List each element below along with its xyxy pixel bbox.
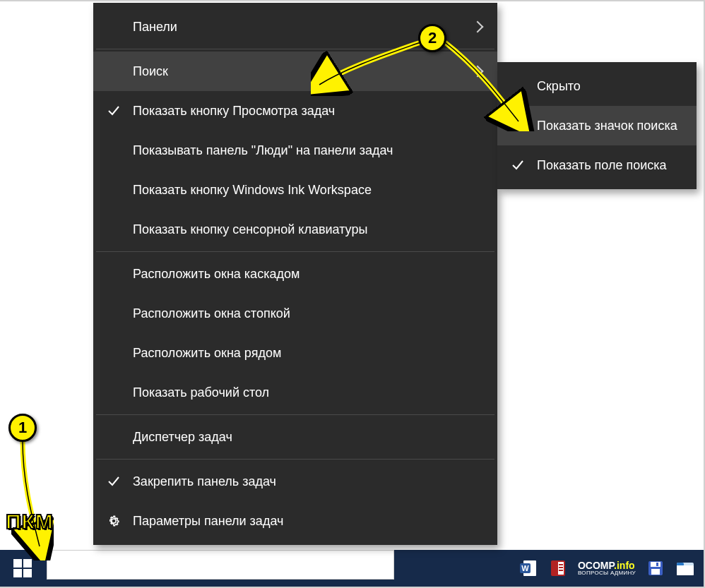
menu-label: Показать значок поиска: [537, 119, 677, 133]
submenu-item-show-box[interactable]: Показать поле поиска: [497, 145, 697, 185]
menu-label: Показать поле поиска: [537, 158, 667, 173]
svg-rect-15: [656, 563, 658, 566]
watermark: OCOMP.info ВОПРОСЫ АДМИНУ: [578, 560, 636, 576]
menu-item-desktop[interactable]: Показать рабочий стол: [93, 373, 497, 412]
menu-label: Показать кнопку Просмотра задач: [133, 104, 335, 119]
menu-label: Показать кнопку Windows Ink Workspace: [133, 183, 372, 198]
chevron-right-icon: [472, 66, 484, 78]
annotation-badge-1: 1: [8, 414, 37, 442]
menu-label: Показать кнопку сенсорной клавиатуры: [133, 222, 367, 237]
menu-label: Расположить окна рядом: [133, 346, 281, 361]
menu-label: Параметры панели задач: [133, 514, 283, 529]
menu-separator: [96, 414, 494, 415]
check-icon: [107, 475, 120, 488]
menu-label: Показать рабочий стол: [133, 385, 269, 400]
check-icon: [107, 104, 120, 117]
menu-label: Расположить окна стопкой: [133, 306, 290, 321]
taskbar: W OCOMP.info ВОПРОСЫ АДМИНУ: [0, 550, 704, 587]
windows-logo-icon: [13, 559, 32, 577]
menu-item-taskview[interactable]: Показать кнопку Просмотра задач: [93, 91, 497, 131]
annotation-arrow-1: [11, 440, 54, 560]
submenu-item-show-icon[interactable]: Показать значок поиска: [497, 106, 697, 145]
svg-rect-0: [13, 559, 22, 568]
gear-icon: [107, 515, 120, 527]
svg-rect-10: [559, 567, 563, 568]
menu-label: Диспетчер задач: [133, 430, 232, 445]
menu-item-touchkb[interactable]: Показать кнопку сенсорной клавиатуры: [93, 210, 497, 249]
menu-label: Скрыто: [537, 79, 581, 94]
svg-rect-14: [651, 569, 660, 575]
taskbar-tray: W OCOMP.info ВОПРОСЫ АДМИНУ: [519, 550, 695, 587]
menu-label: Показывать панель "Люди" на панели задач: [133, 143, 393, 158]
app-icon-2[interactable]: [548, 558, 568, 578]
annotation-badge-2: 2: [418, 24, 446, 52]
svg-rect-18: [677, 565, 694, 575]
menu-label: Закрепить панель задач: [133, 474, 276, 489]
menu-item-cascade[interactable]: Расположить окна каскадом: [93, 254, 497, 294]
svg-text:W: W: [521, 564, 529, 572]
menu-label: Поиск: [133, 64, 168, 79]
explorer-icon[interactable]: [675, 558, 695, 578]
menu-item-lock[interactable]: Закрепить панель задач: [93, 462, 497, 501]
menu-item-taskmgr[interactable]: Диспетчер задач: [93, 417, 497, 457]
taskbar-search-box[interactable]: [47, 550, 394, 580]
chevron-right-icon: [472, 21, 484, 33]
search-submenu: Скрыто Показать значок поиска Показать п…: [497, 62, 697, 189]
menu-label: Панели: [133, 20, 177, 35]
word-app-icon[interactable]: W: [519, 558, 538, 578]
annotation-pkm-label: ПКМ: [6, 510, 54, 534]
svg-rect-1: [23, 559, 32, 568]
svg-rect-13: [651, 562, 660, 567]
menu-separator: [96, 251, 494, 252]
taskbar-context-menu: Панели Поиск Показать кнопку Просмотра з…: [93, 3, 497, 545]
check-icon: [511, 159, 524, 172]
svg-rect-11: [559, 570, 563, 571]
svg-rect-3: [23, 569, 32, 577]
menu-item-people[interactable]: Показывать панель "Люди" на панели задач: [93, 131, 497, 170]
menu-label: Расположить окна каскадом: [133, 267, 300, 282]
svg-rect-9: [559, 564, 563, 565]
menu-item-sidebyside[interactable]: Расположить окна рядом: [93, 333, 497, 373]
save-disk-icon[interactable]: [646, 558, 665, 578]
submenu-item-hidden[interactable]: Скрыто: [497, 66, 697, 106]
menu-item-stacked[interactable]: Расположить окна стопкой: [93, 294, 497, 333]
menu-item-ink[interactable]: Показать кнопку Windows Ink Workspace: [93, 170, 497, 210]
menu-separator: [96, 459, 494, 460]
menu-item-settings[interactable]: Параметры панели задач: [93, 501, 497, 541]
menu-item-search[interactable]: Поиск: [93, 52, 497, 91]
svg-rect-2: [13, 569, 22, 577]
start-button[interactable]: [0, 550, 45, 587]
